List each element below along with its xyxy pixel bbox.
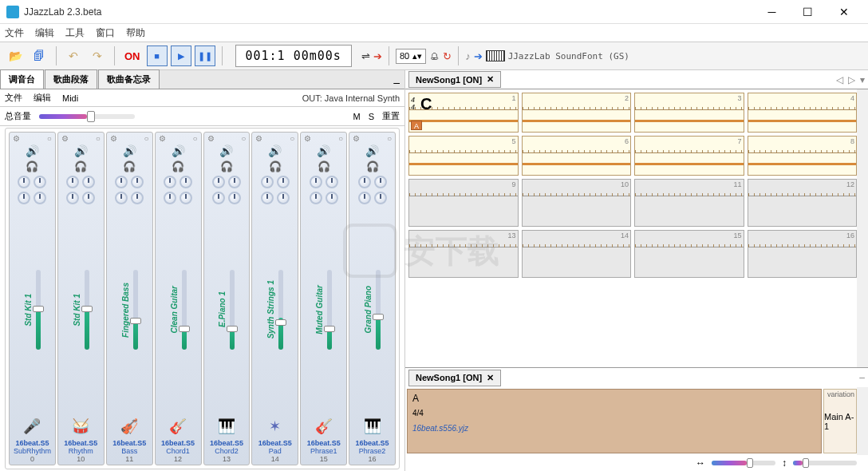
mute-all-button[interactable]: M	[353, 112, 360, 121]
circle-icon[interactable]: ○	[144, 134, 149, 143]
note-icon[interactable]: ♪	[465, 50, 471, 62]
close-tab-icon[interactable]: ✕	[487, 373, 494, 383]
tab-song-structure[interactable]: 歌曲段落	[45, 69, 97, 89]
chord-bar[interactable]: 3	[634, 93, 744, 133]
knob-3[interactable]	[212, 192, 225, 204]
chord-bar[interactable]: 144CA	[408, 93, 519, 133]
zoom-h-slider[interactable]	[712, 461, 775, 465]
empty-bar[interactable]: 13	[408, 230, 519, 278]
pan-knob[interactable]	[66, 176, 79, 188]
pan-knob[interactable]	[310, 176, 322, 188]
speaker-icon[interactable]: 🔊	[172, 144, 185, 157]
circle-icon[interactable]: ○	[387, 134, 392, 143]
loop-icon[interactable]: ⇌	[361, 50, 370, 62]
fx-knob[interactable]	[374, 176, 387, 188]
chord-bar[interactable]: 4	[748, 93, 858, 133]
gear-icon[interactable]: ⚙	[13, 134, 20, 143]
on-indicator[interactable]: ON	[124, 50, 140, 62]
fx-knob[interactable]	[277, 176, 290, 188]
panel-minimize-icon[interactable]: –	[859, 372, 865, 383]
fx-knob[interactable]	[131, 176, 144, 188]
tab-song-memo[interactable]: 歌曲备忘录	[98, 69, 160, 89]
speaker-icon[interactable]: 🔊	[74, 144, 88, 157]
chord-bar[interactable]: 7	[634, 136, 744, 176]
tab-mixer[interactable]: 调音台	[0, 69, 44, 89]
empty-bar[interactable]: 11	[634, 179, 744, 227]
empty-bar[interactable]: 9	[408, 179, 519, 227]
volume-fader[interactable]	[278, 270, 283, 350]
gear-icon[interactable]: ⚙	[353, 134, 360, 143]
speaker-icon[interactable]: 🔊	[268, 144, 282, 157]
reset-button[interactable]: 重置	[382, 110, 400, 122]
knob-4[interactable]	[277, 192, 290, 204]
empty-bar[interactable]: 12	[748, 179, 858, 227]
circle-icon[interactable]: ○	[96, 134, 101, 143]
open-button[interactable]: 📂	[5, 46, 26, 66]
song-tab[interactable]: NewSong1 [ON] ✕	[408, 71, 501, 88]
pan-knob[interactable]	[212, 176, 225, 188]
section-block[interactable]: A 4/4 16beat.s556.yjz	[407, 389, 822, 453]
nav-next-icon[interactable]: ▷	[848, 74, 855, 85]
knob-3[interactable]	[261, 192, 274, 204]
speaker-icon[interactable]: 🔊	[317, 144, 330, 157]
menu-tools[interactable]: 工具	[65, 26, 85, 40]
speaker-icon[interactable]: 🔊	[219, 144, 233, 157]
fx-knob[interactable]	[228, 176, 241, 188]
metronome-icon[interactable]: 🕭	[429, 50, 440, 62]
speaker-icon[interactable]: 🔊	[26, 144, 39, 157]
scrollbar-vertical[interactable]	[857, 89, 868, 367]
variation-block[interactable]: variation Main A-1	[823, 389, 857, 453]
undo-button[interactable]: ↶	[63, 46, 84, 66]
master-volume-slider[interactable]	[39, 114, 135, 119]
gear-icon[interactable]: ⚙	[159, 134, 166, 143]
speaker-icon[interactable]: 🔊	[365, 144, 379, 157]
mixer-menu-midi[interactable]: Midi	[62, 93, 78, 103]
knob-3[interactable]	[164, 192, 176, 204]
circle-icon[interactable]: ○	[241, 134, 246, 143]
headphone-icon[interactable]: 🎧	[123, 160, 136, 172]
knob-3[interactable]	[310, 192, 322, 204]
headphone-icon[interactable]: 🎧	[269, 160, 282, 172]
fx-knob[interactable]	[180, 176, 192, 188]
knob-3[interactable]	[358, 192, 371, 204]
volume-fader[interactable]	[133, 270, 138, 350]
rhythm-file-label[interactable]: 16beat.s556.yjz	[412, 424, 816, 433]
pan-knob[interactable]	[261, 176, 274, 188]
volume-fader[interactable]	[327, 270, 332, 350]
empty-bar[interactable]: 14	[522, 230, 632, 278]
mixer-menu-edit[interactable]: 编辑	[34, 92, 51, 104]
knob-3[interactable]	[18, 192, 30, 204]
piano-icon[interactable]	[486, 50, 505, 61]
knob-4[interactable]	[326, 192, 338, 204]
empty-bar[interactable]: 16	[748, 230, 858, 278]
pan-knob[interactable]	[164, 176, 176, 188]
circle-icon[interactable]: ○	[290, 134, 294, 143]
minimize-button[interactable]: ─	[754, 1, 790, 23]
headphone-icon[interactable]: 🎧	[220, 160, 233, 172]
menu-edit[interactable]: 编辑	[35, 26, 54, 40]
empty-bar[interactable]: 15	[634, 230, 744, 278]
tempo-input[interactable]: 80▴▾	[396, 49, 426, 64]
knob-4[interactable]	[180, 192, 192, 204]
knob-4[interactable]	[374, 192, 387, 204]
headphone-icon[interactable]: 🎧	[172, 160, 184, 172]
menu-help[interactable]: 帮助	[126, 26, 145, 40]
headphone-icon[interactable]: 🎧	[318, 160, 330, 172]
pan-knob[interactable]	[115, 176, 128, 188]
panel-minimize-icon[interactable]: –	[389, 76, 404, 89]
volume-fader[interactable]	[230, 270, 235, 350]
zoom-v-slider[interactable]	[793, 461, 857, 465]
gear-icon[interactable]: ⚙	[304, 134, 311, 143]
solo-all-button[interactable]: S	[369, 112, 374, 121]
record-icon[interactable]: ➔	[373, 50, 382, 62]
menu-window[interactable]: 窗口	[96, 26, 115, 40]
volume-fader[interactable]	[36, 270, 41, 350]
section-marker[interactable]: A	[411, 121, 422, 130]
fx-knob[interactable]	[326, 176, 338, 188]
structure-tab[interactable]: NewSong1 [ON] ✕	[408, 370, 501, 386]
stop-button[interactable]: ■	[147, 46, 168, 66]
speaker-icon[interactable]: 🔊	[123, 144, 136, 157]
gear-icon[interactable]: ⚙	[110, 134, 117, 143]
chord-bar[interactable]: 5	[408, 136, 519, 176]
chord-symbol[interactable]: C	[420, 95, 432, 113]
